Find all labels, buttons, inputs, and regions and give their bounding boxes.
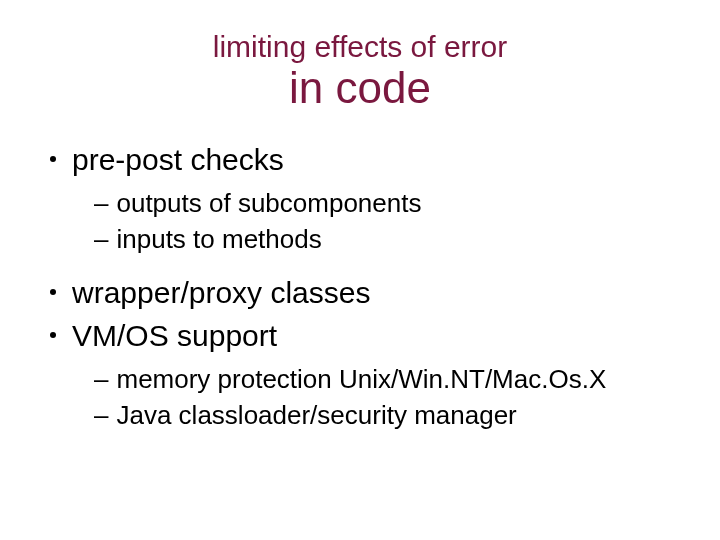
title-line-1: limiting effects of error (40, 30, 680, 64)
sub-bullet-item: – inputs to methods (94, 223, 680, 257)
sub-bullet-block: – outputs of subcomponents – inputs to m… (94, 187, 680, 257)
dash-icon: – (94, 223, 108, 257)
bullet-item: wrapper/proxy classes (50, 273, 680, 312)
bullet-text: wrapper/proxy classes (72, 273, 370, 312)
dash-icon: – (94, 363, 108, 397)
sub-bullet-text: Java classloader/security manager (116, 399, 516, 433)
sub-bullet-text: memory protection Unix/Win.NT/Mac.Os.X (116, 363, 606, 397)
bullet-icon (50, 289, 56, 295)
bullet-item: VM/OS support (50, 316, 680, 355)
dash-icon: – (94, 399, 108, 433)
sub-bullet-item: – memory protection Unix/Win.NT/Mac.Os.X (94, 363, 680, 397)
sub-bullet-item: – outputs of subcomponents (94, 187, 680, 221)
bullet-icon (50, 156, 56, 162)
slide-content: pre-post checks – outputs of subcomponen… (50, 140, 680, 432)
bullet-icon (50, 332, 56, 338)
bullet-item: pre-post checks (50, 140, 680, 179)
slide-title: limiting effects of error in code (40, 30, 680, 112)
sub-bullet-text: inputs to methods (116, 223, 321, 257)
sub-bullet-block: – memory protection Unix/Win.NT/Mac.Os.X… (94, 363, 680, 433)
bullet-text: pre-post checks (72, 140, 284, 179)
title-line-2: in code (40, 64, 680, 112)
bullet-text: VM/OS support (72, 316, 277, 355)
sub-bullet-text: outputs of subcomponents (116, 187, 421, 221)
sub-bullet-item: – Java classloader/security manager (94, 399, 680, 433)
dash-icon: – (94, 187, 108, 221)
